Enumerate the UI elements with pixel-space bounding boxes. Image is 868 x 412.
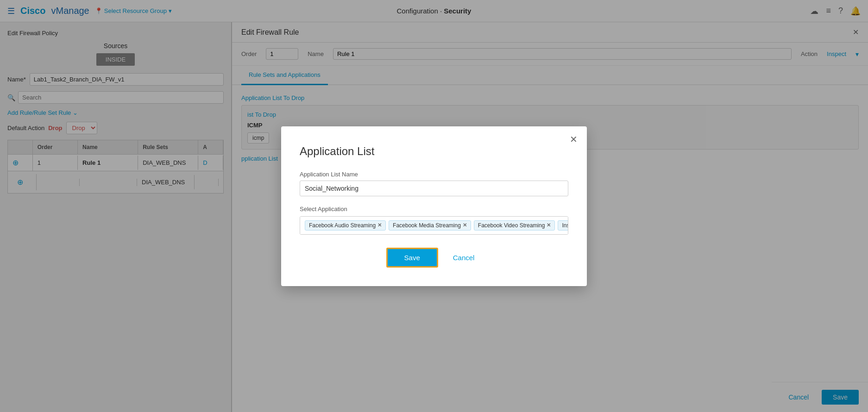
modal-save-button[interactable]: Save <box>386 248 438 268</box>
modal-overlay: ✕ Application List Application List Name… <box>0 0 868 412</box>
tag-close-icon[interactable]: ✕ <box>547 222 551 228</box>
tag-facebook-media: Facebook Media Streaming ✕ <box>389 220 471 231</box>
tag-facebook-audio: Facebook Audio Streaming ✕ <box>305 220 386 231</box>
tags-container[interactable]: Facebook Audio Streaming ✕ Facebook Medi… <box>300 216 568 235</box>
tag-close-icon[interactable]: ✕ <box>463 222 467 228</box>
select-app-label: Select Application <box>300 206 568 212</box>
tag-label: Facebook Audio Streaming <box>309 222 376 229</box>
modal-footer: Save Cancel <box>300 248 568 268</box>
modal-close-button[interactable]: ✕ <box>570 134 578 145</box>
modal-name-input[interactable] <box>300 181 568 196</box>
modal-title: Application List <box>300 145 568 158</box>
modal-field-label: Application List Name <box>300 171 568 178</box>
modal-cancel-button[interactable]: Cancel <box>446 248 482 268</box>
tag-instagram: Instagram ✕ <box>558 220 568 231</box>
application-list-modal: ✕ Application List Application List Name… <box>281 126 587 286</box>
tag-facebook-video: Facebook Video Streaming ✕ <box>474 220 555 231</box>
tag-label: Instagram <box>562 222 568 229</box>
tag-label: Facebook Video Streaming <box>478 222 545 229</box>
tag-close-icon[interactable]: ✕ <box>377 222 382 228</box>
tag-label: Facebook Media Streaming <box>393 222 461 229</box>
